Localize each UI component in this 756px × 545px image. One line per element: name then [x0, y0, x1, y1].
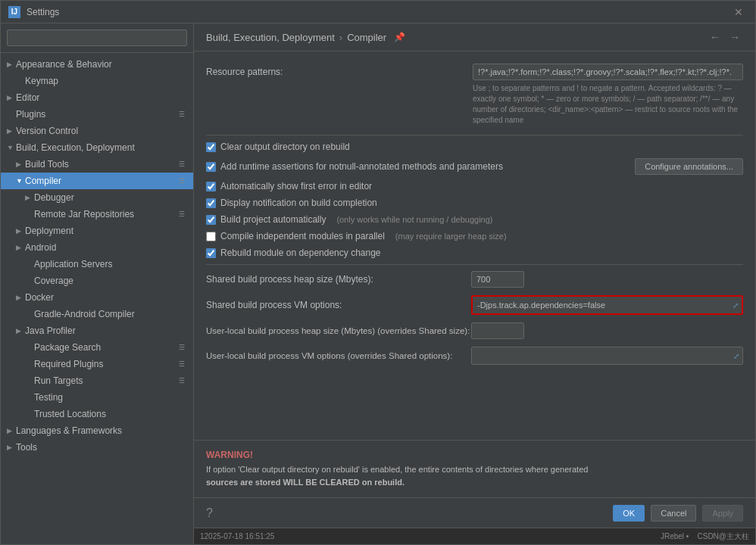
sidebar-item-label-java-profiler: Java Profiler — [25, 325, 187, 336]
ok-button[interactable]: OK — [613, 505, 645, 522]
shared-heap-input[interactable] — [471, 271, 524, 288]
arrow-icon-version-control: ▶ — [7, 127, 16, 135]
sidebar-item-label-compiler: Compiler — [25, 176, 173, 186]
sidebar-item-label-build-tools: Build Tools — [25, 159, 173, 170]
sidebar-item-appearance-behavior[interactable]: ▶Appearance & Behavior — [1, 56, 193, 73]
checkboxes-container: Clear output directory on rebuildAdd run… — [206, 142, 743, 258]
sidebar-item-label-plugins: Plugins — [16, 109, 173, 120]
panel-body: Resource patterns: Use ; to separate pat… — [194, 51, 755, 440]
nav-forward-button[interactable]: → — [726, 30, 743, 45]
checkbox-label-add-runtime-assertions: Add runtime assertions for notnull-annot… — [220, 161, 503, 172]
sidebar-item-plugins[interactable]: Plugins☰ — [1, 106, 193, 123]
sidebar-item-testing[interactable]: Testing — [1, 389, 193, 406]
checkbox-auto-show-error[interactable] — [206, 182, 216, 192]
breadcrumb-parent[interactable]: Build, Execution, Deployment — [206, 32, 335, 43]
checkbox-label-build-project-auto: Build project automatically — [220, 214, 326, 225]
pin-icon[interactable]: 📌 — [394, 32, 405, 42]
main-content: ▶Appearance & BehaviorKeymap▶EditorPlugi… — [1, 23, 755, 544]
sidebar-item-deployment[interactable]: ▶Deployment — [1, 223, 193, 239]
sidebar-item-editor[interactable]: ▶Editor — [1, 89, 193, 106]
sidebar-item-label-android: Android — [25, 242, 187, 253]
apply-button[interactable]: Apply — [702, 505, 743, 522]
close-button[interactable]: ✕ — [729, 5, 748, 20]
sidebar-item-label-required-plugins: Required Plugins — [34, 359, 173, 369]
checkbox-compile-independent[interactable] — [206, 232, 216, 241]
checkbox-build-project-auto[interactable] — [206, 215, 216, 225]
sidebar-item-label-version-control: Version Control — [16, 126, 187, 136]
sidebar-item-application-servers[interactable]: Application Servers — [1, 256, 193, 272]
status-bar: 12025-07-18 16:51:25 JRebel • CSDN@主大柱 — [194, 528, 755, 544]
sidebar-item-coverage[interactable]: Coverage — [1, 272, 193, 289]
search-input[interactable] — [7, 30, 187, 46]
shared-vm-input[interactable] — [473, 297, 729, 313]
sidebar-item-build-tools[interactable]: ▶Build Tools☰ — [1, 156, 193, 173]
arrow-icon-editor: ▶ — [7, 94, 16, 101]
settings-window: IJ Settings ✕ ▶Appearance & BehaviorKeym… — [0, 0, 756, 545]
user-heap-input[interactable] — [471, 322, 524, 339]
search-wrapper — [7, 30, 187, 46]
sidebar-item-remote-jar-repos[interactable]: Remote Jar Repositories☰ — [1, 206, 193, 223]
sidebar-item-label-remote-jar-repos: Remote Jar Repositories — [34, 209, 173, 220]
checkbox-clear-output[interactable] — [206, 142, 216, 152]
sidebar-item-label-keymap: Keymap — [25, 76, 187, 86]
arrow-icon-deployment: ▶ — [16, 227, 25, 235]
help-icon[interactable]: ? — [206, 506, 213, 520]
sidebar-item-java-profiler[interactable]: ▶Java Profiler — [1, 322, 193, 339]
user-heap-row: User-local build process heap size (Mbyt… — [206, 322, 743, 339]
breadcrumb-separator: › — [339, 32, 342, 43]
warning-bold-text: sources are stored WILL BE CLEARED on re… — [206, 478, 405, 487]
sidebar-item-required-plugins[interactable]: Required Plugins☰ — [1, 356, 193, 372]
external-icon-package-search: ☰ — [177, 342, 187, 353]
resource-patterns-control: Use ; to separate patterns and ! to nega… — [473, 64, 743, 126]
checkbox-hint-compile-independent: (may require larger heap size) — [395, 232, 507, 241]
resource-patterns-hint: Use ; to separate patterns and ! to nega… — [473, 83, 743, 126]
shared-vm-input-wrapper: ⤢ — [471, 295, 743, 315]
user-vm-input[interactable] — [472, 347, 730, 364]
shared-vm-row: Shared build process VM options: ⤢ — [206, 295, 743, 315]
sidebar-item-label-languages-frameworks: Languages & Frameworks — [16, 425, 187, 436]
warning-title: WARNING! — [206, 450, 743, 460]
divider-1 — [206, 135, 743, 135]
sidebar: ▶Appearance & BehaviorKeymap▶EditorPlugi… — [1, 23, 194, 544]
sidebar-item-gradle-android-compiler[interactable]: Gradle-Android Compiler — [1, 306, 193, 322]
sidebar-item-debugger[interactable]: ▶Debugger — [1, 189, 193, 206]
sidebar-item-tools[interactable]: ▶Tools — [1, 439, 193, 456]
sidebar-item-label-package-search: Package Search — [34, 342, 173, 353]
sidebar-item-run-targets[interactable]: Run Targets☰ — [1, 372, 193, 389]
checkbox-label-display-notification: Display notification on build completion — [220, 198, 377, 208]
arrow-icon-languages-frameworks: ▶ — [7, 427, 16, 434]
panel-header: Build, Execution, Deployment › Compiler … — [194, 23, 755, 51]
vm-options-expand-icon[interactable]: ⤢ — [729, 297, 742, 313]
configure-annotations-button[interactable]: Configure annotations... — [635, 158, 743, 175]
window-title: Settings — [27, 7, 729, 17]
sidebar-item-keymap[interactable]: Keymap — [1, 73, 193, 89]
sidebar-item-label-application-servers: Application Servers — [34, 259, 187, 269]
breadcrumb-current: Compiler — [347, 32, 386, 43]
sidebar-item-version-control[interactable]: ▶Version Control — [1, 123, 193, 139]
sidebar-item-languages-frameworks[interactable]: ▶Languages & Frameworks — [1, 422, 193, 439]
sidebar-item-trusted-locations[interactable]: Trusted Locations — [1, 406, 193, 422]
sidebar-item-package-search[interactable]: Package Search☰ — [1, 339, 193, 356]
resource-patterns-input[interactable] — [473, 64, 743, 80]
sidebar-item-android[interactable]: ▶Android — [1, 239, 193, 256]
arrow-icon-build-tools: ▶ — [16, 160, 25, 168]
external-icon-remote-jar-repos: ☰ — [177, 209, 187, 220]
user-vm-expand-icon[interactable]: ⤢ — [730, 347, 742, 364]
cancel-button[interactable]: Cancel — [651, 505, 696, 522]
checkbox-row-clear-output: Clear output directory on rebuild — [206, 142, 743, 152]
checkbox-display-notification[interactable] — [206, 198, 216, 208]
checkbox-row-add-runtime-assertions: Add runtime assertions for notnull-annot… — [206, 158, 743, 175]
arrow-icon-debugger: ▶ — [25, 194, 34, 201]
sidebar-item-docker[interactable]: ▶Docker — [1, 289, 193, 306]
sidebar-item-build-exec-deploy[interactable]: ▼Build, Execution, Deployment — [1, 139, 193, 156]
checkbox-rebuild-module[interactable] — [206, 248, 216, 258]
sidebar-item-compiler[interactable]: ▼Compiler☰ — [1, 173, 193, 189]
status-right: JRebel • CSDN@主大柱 — [661, 531, 749, 542]
checkbox-add-runtime-assertions[interactable] — [206, 162, 216, 172]
checkbox-row-compile-independent: Compile independent modules in parallel(… — [206, 231, 743, 241]
sidebar-item-label-testing: Testing — [34, 392, 187, 403]
search-box — [1, 23, 193, 53]
sidebar-item-label-run-targets: Run Targets — [34, 375, 173, 386]
nav-back-button[interactable]: ← — [707, 30, 723, 45]
checkbox-hint-build-project-auto: (only works while not running / debuggin… — [336, 215, 492, 224]
